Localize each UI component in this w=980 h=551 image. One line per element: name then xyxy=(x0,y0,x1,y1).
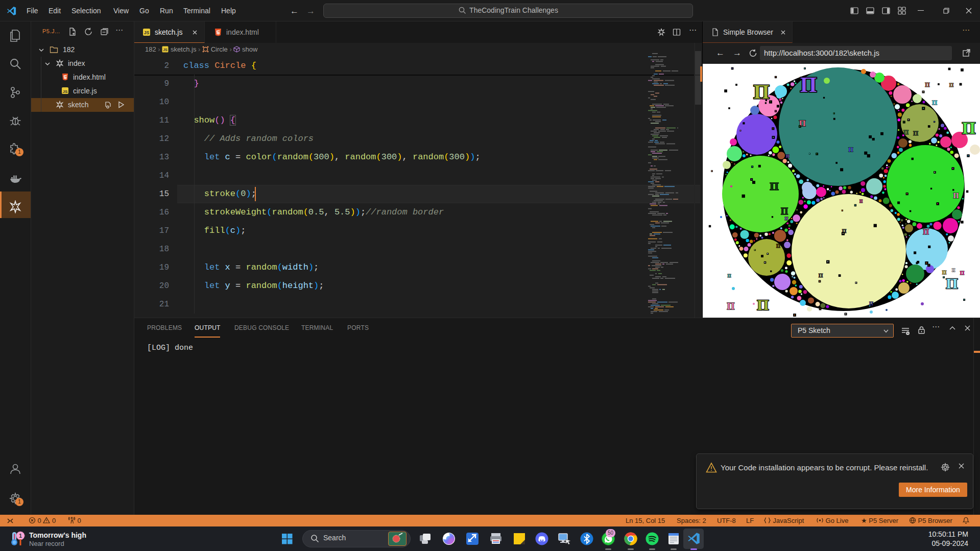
svg-text:JS: JS xyxy=(63,89,68,94)
svg-text:Π: Π xyxy=(819,272,823,278)
svg-text:Π: Π xyxy=(770,180,778,193)
svg-text:Π: Π xyxy=(903,128,909,136)
svg-text:JS: JS xyxy=(163,48,168,52)
svg-text:Π: Π xyxy=(800,73,817,97)
svg-text:Π: Π xyxy=(923,228,929,236)
svg-text:Π: Π xyxy=(776,243,780,249)
svg-text:Π: Π xyxy=(848,146,853,153)
svg-text:Π: Π xyxy=(727,273,731,278)
svg-text:JS: JS xyxy=(144,30,150,35)
svg-text:Π: Π xyxy=(781,206,788,217)
svg-text:Π: Π xyxy=(913,129,918,137)
svg-text:Π: Π xyxy=(925,81,930,88)
svg-text:Π: Π xyxy=(949,82,954,88)
svg-text:Π: Π xyxy=(757,296,769,313)
svg-text:Π: Π xyxy=(859,199,863,204)
svg-text:Π: Π xyxy=(962,118,975,137)
svg-text:Π: Π xyxy=(952,268,955,273)
svg-text:Π: Π xyxy=(953,192,959,200)
svg-text:Π: Π xyxy=(960,270,965,276)
svg-text:Π: Π xyxy=(946,275,958,292)
svg-text:Π: Π xyxy=(942,269,947,275)
svg-text:Π: Π xyxy=(727,301,735,312)
svg-text:1: 1 xyxy=(19,533,22,539)
svg-text:Π: Π xyxy=(869,301,873,306)
svg-text:Π: Π xyxy=(932,99,937,106)
svg-text:Π: Π xyxy=(784,216,788,221)
svg-text:Π: Π xyxy=(785,154,789,159)
